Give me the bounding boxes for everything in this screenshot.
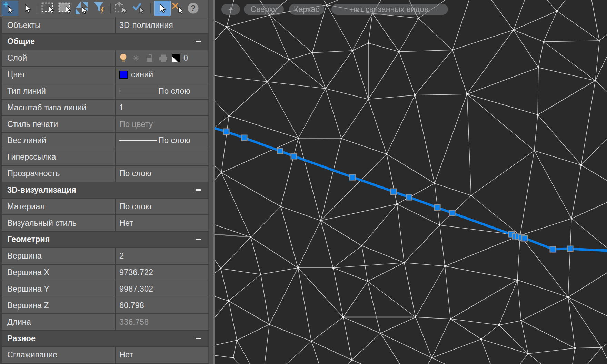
selection-grip[interactable] — [277, 148, 283, 154]
window-selection-button[interactable] — [41, 1, 56, 16]
line-value: По слою — [158, 136, 190, 145]
property-value[interactable]: По слою — [116, 199, 208, 214]
section-header[interactable]: 3D-визуализация — [2, 182, 208, 198]
mesh-node — [361, 245, 363, 247]
layer-color-swatch[interactable] — [172, 54, 180, 62]
line-value: По слою — [158, 87, 190, 96]
section-header[interactable]: Общие — [2, 34, 208, 50]
mesh-node — [599, 40, 600, 42]
property-value[interactable]: 3D-полилиния — [116, 17, 208, 33]
mesh-node — [236, 340, 238, 341]
clear-selection-button[interactable] — [171, 1, 185, 16]
selection-grip[interactable] — [449, 210, 455, 216]
collapse-icon[interactable] — [196, 239, 201, 240]
property-row[interactable]: ПрозрачностьПо слою — [2, 166, 208, 182]
mesh-node — [341, 138, 342, 140]
property-row[interactable]: Гиперссылка — [2, 149, 208, 165]
collapse-icon[interactable] — [196, 41, 201, 42]
application-window: ? Объекты3D-полилинияОбщие Слой 0Цвет си… — [0, 0, 607, 364]
color-name: синий — [131, 70, 153, 79]
layer-print-icon[interactable] — [159, 54, 168, 62]
property-value[interactable]: По цвету — [116, 116, 208, 132]
selection-grip[interactable] — [567, 246, 573, 252]
mesh-node — [439, 224, 441, 226]
property-row[interactable]: Вершина2 — [2, 248, 208, 264]
property-value[interactable]: 336.758 — [116, 314, 208, 330]
property-label: Длина — [7, 314, 31, 330]
property-value[interactable]: 0 — [116, 50, 208, 66]
viewport-pill-linked-views[interactable]: --- нет связанных видов --- — [331, 4, 448, 15]
property-value[interactable]: 9987.302 — [116, 281, 208, 297]
selection-grip[interactable] — [435, 205, 440, 211]
layer-on-icon[interactable] — [119, 53, 127, 63]
layer-freeze-icon[interactable] — [132, 54, 140, 62]
selection-grip[interactable] — [522, 235, 528, 241]
mesh-node — [450, 318, 451, 320]
property-row[interactable]: Слой 0 — [2, 50, 208, 66]
property-row[interactable]: Вершина Z60.798 — [2, 297, 208, 313]
viewport-pill-view[interactable]: Сверху — [244, 4, 284, 15]
selection-grip[interactable] — [350, 174, 356, 180]
append-selection-button[interactable] — [2, 1, 18, 16]
color-swatch[interactable] — [119, 71, 128, 79]
selection-grip[interactable] — [406, 194, 412, 200]
collapse-icon[interactable] — [196, 189, 201, 191]
property-value[interactable] — [116, 149, 208, 165]
crossing-selection-button[interactable] — [58, 1, 73, 16]
property-row[interactable]: Стиль печатиПо цвету — [2, 116, 208, 132]
property-value[interactable]: Нет — [116, 215, 208, 231]
property-row[interactable]: Длина336.758 — [2, 314, 208, 330]
collapse-icon[interactable] — [196, 338, 201, 339]
property-row[interactable]: Тип линий По слою — [2, 83, 208, 99]
drawing-viewport[interactable]: +СверхуКаркас--- нет связанных видов --- — [215, 0, 607, 364]
apply-selection-button[interactable] — [131, 1, 146, 16]
invert-selection-button[interactable] — [74, 1, 90, 16]
mesh-node — [580, 164, 582, 166]
property-value[interactable]: синий — [116, 67, 208, 83]
property-row[interactable]: МатериалПо слою — [2, 199, 208, 214]
selection-grip[interactable] — [241, 135, 247, 141]
property-row[interactable]: СглаживаниеНет — [2, 347, 208, 363]
mesh-node — [601, 347, 603, 348]
property-value[interactable]: 1 — [116, 100, 208, 115]
property-row[interactable]: Масштаб типа линий1 — [2, 100, 208, 115]
selection-grip[interactable] — [291, 153, 297, 159]
property-label: Вершина — [7, 248, 42, 264]
viewport-pill-menu[interactable]: + — [221, 4, 240, 15]
mesh-node — [513, 29, 515, 31]
property-value[interactable]: По слою — [116, 83, 208, 99]
panel-scrollbar[interactable] — [208, 0, 215, 364]
select-button[interactable] — [21, 1, 34, 16]
selection-grip[interactable] — [223, 129, 229, 135]
help-button[interactable]: ? — [187, 1, 200, 16]
filter-bolt-icon — [92, 1, 107, 16]
selection-grip[interactable] — [550, 246, 556, 252]
property-value[interactable]: 9736.722 — [116, 265, 208, 281]
property-value[interactable]: Нет — [116, 347, 208, 363]
property-row[interactable]: Визуальный стильНет — [2, 215, 208, 231]
cursor-icon — [21, 1, 34, 15]
property-row[interactable]: Объекты3D-полилиния — [2, 17, 208, 33]
viewport-pill-visual-style[interactable]: Каркас — [289, 4, 324, 15]
property-row[interactable]: Вершина X9736.722 — [2, 265, 208, 281]
property-value[interactable]: По слою — [116, 133, 208, 149]
property-label: Вес линий — [7, 133, 46, 149]
section-header[interactable]: Геометрия — [2, 232, 208, 247]
selection-grip[interactable] — [391, 189, 397, 195]
property-row[interactable]: Вершина Y9987.302 — [2, 281, 208, 297]
property-row[interactable]: Вес линий По слою — [2, 133, 208, 149]
mesh-node — [250, 236, 252, 238]
property-value[interactable]: 60.798 — [116, 297, 208, 313]
quick-select-button[interactable] — [92, 1, 107, 16]
property-value[interactable]: По слою — [116, 166, 208, 182]
layer-lock-icon[interactable] — [145, 54, 154, 62]
property-label: Вершина Y — [7, 281, 49, 297]
mesh-node — [574, 347, 576, 349]
property-value[interactable]: 2 — [116, 248, 208, 264]
section-header[interactable]: Разное — [2, 331, 208, 346]
select-source-button[interactable] — [114, 1, 128, 16]
mesh-node — [288, 59, 290, 61]
pointer-mode-button[interactable] — [154, 1, 171, 16]
property-row[interactable]: Цвет синий — [2, 67, 208, 83]
property-label: Прозрачность — [7, 166, 60, 182]
